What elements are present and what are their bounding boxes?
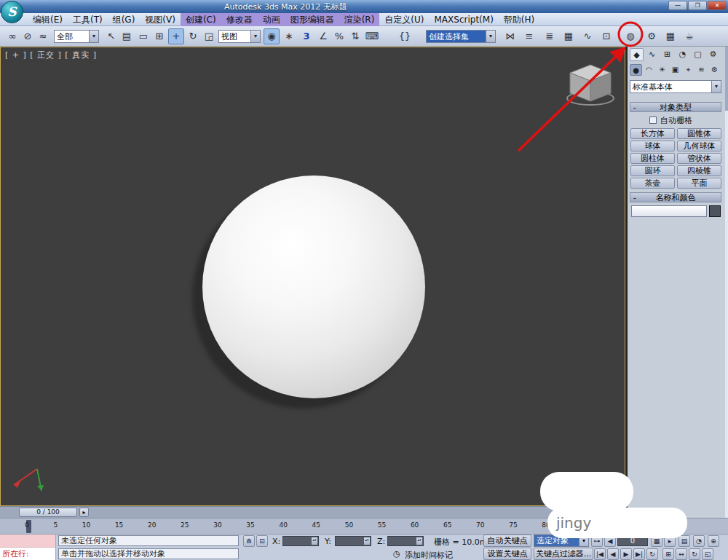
selection-lock-icon[interactable]: ⋒	[243, 535, 255, 547]
btn-sphere[interactable]: 球体	[630, 141, 675, 151]
rendered-frame-icon[interactable]: ▦	[662, 28, 678, 44]
menu-group[interactable]: 组(G)	[108, 13, 141, 26]
select-rotate-icon[interactable]: ↻	[185, 28, 201, 44]
tab-motion[interactable]: ◔	[676, 48, 689, 61]
tab-utilities[interactable]: ⚙	[706, 48, 720, 61]
spinner-snap-icon[interactable]: ⇅	[347, 28, 363, 44]
angle-snap-icon[interactable]: ∠	[315, 28, 331, 44]
sphere-object[interactable]	[202, 176, 425, 398]
named-selection-set-dropdown[interactable]: 创建选择集 ▾	[426, 30, 496, 43]
close-button[interactable]: ✕	[708, 1, 727, 10]
orbit-icon[interactable]: ↻	[689, 548, 700, 560]
ribbon-toggle-icon[interactable]: ▦	[561, 28, 577, 44]
spinner-icon[interactable]: ▴▾	[364, 537, 370, 545]
category-spacewarps-icon[interactable]: ≋	[695, 64, 708, 76]
tab-hierarchy[interactable]: ⊞	[660, 48, 674, 61]
render-setup-icon[interactable]: ⚙	[644, 28, 660, 44]
spinner-icon[interactable]: ▴▾	[416, 537, 422, 545]
btn-tube[interactable]: 管状体	[677, 153, 721, 164]
btn-cylinder[interactable]: 圆柱体	[630, 153, 675, 164]
ref-coord-dropdown[interactable]: 视图 ▾	[218, 30, 261, 43]
render-production-icon[interactable]: ☕	[681, 28, 697, 44]
region-select-icon[interactable]: ▭	[135, 28, 151, 44]
tab-modify[interactable]: ∿	[645, 48, 659, 61]
auto-key-button[interactable]: 自动关键点	[483, 535, 531, 547]
tab-create[interactable]: ◆	[630, 48, 644, 61]
menu-rendering[interactable]: 渲染(R)	[339, 13, 380, 26]
menu-customize[interactable]: 自定义(U)	[379, 13, 429, 26]
selection-filter-dropdown[interactable]: 全部 ▾	[54, 30, 99, 43]
bind-spacewarp-icon[interactable]: ≈	[35, 28, 51, 44]
btn-pyramid[interactable]: 四棱锥	[677, 165, 721, 176]
menu-maxscript[interactable]: MAXScript(M)	[430, 13, 499, 26]
dropdown-arrow-icon[interactable]: ▾	[89, 31, 98, 42]
category-helpers-icon[interactable]: ⌖	[682, 64, 695, 76]
select-manipulate-icon[interactable]: ∗	[281, 28, 297, 44]
play-icon[interactable]: ▶	[620, 548, 632, 560]
category-cameras-icon[interactable]: ▣	[669, 64, 681, 76]
menu-animation[interactable]: 动画	[258, 13, 285, 26]
primitive-type-dropdown[interactable]: 标准基本体 ▾	[630, 80, 721, 93]
spinner-icon[interactable]: ▴▾	[312, 537, 317, 545]
category-lights-icon[interactable]: ☀	[656, 64, 668, 76]
panel-scrollbar[interactable]	[725, 47, 728, 518]
go-to-start-icon[interactable]: |◀	[594, 548, 606, 560]
misc-a-icon[interactable]: ▤	[678, 535, 690, 547]
keyboard-override-icon[interactable]: ⌨	[364, 28, 380, 44]
select-by-name-icon[interactable]: ▤	[119, 28, 135, 44]
curve-editor-icon[interactable]: ∿	[579, 28, 596, 44]
object-color-swatch[interactable]	[709, 205, 721, 217]
absolute-mode-icon[interactable]: ⊡	[256, 535, 268, 547]
category-systems-icon[interactable]: ⚙	[708, 64, 721, 76]
material-editor-icon[interactable]: ◍	[622, 28, 638, 44]
rollout-collapse-icon[interactable]: -	[633, 103, 636, 112]
zoom-extents-icon[interactable]: ⊞	[662, 548, 674, 560]
menu-help[interactable]: 帮助(H)	[499, 13, 539, 26]
viewport[interactable]: [ + ] [ 正交 ] [ 真实 ]	[0, 47, 625, 506]
mirror-icon[interactable]: ⋈	[502, 28, 518, 44]
btn-box[interactable]: 长方体	[630, 128, 675, 139]
rollout-object-type[interactable]: - 对象类型	[630, 102, 721, 112]
align-icon[interactable]: ≡	[521, 28, 537, 44]
select-move-icon[interactable]: +	[168, 28, 184, 44]
time-slider-handle[interactable]: 0 / 100	[19, 508, 77, 517]
btn-plane[interactable]: 平面	[677, 178, 721, 189]
menu-views[interactable]: 视图(V)	[140, 13, 181, 26]
pan-icon[interactable]: ↔	[676, 548, 687, 560]
add-time-tag[interactable]: 添加时间标记	[405, 550, 453, 560]
y-coordinate-field[interactable]: ▴▾	[335, 536, 371, 546]
go-to-end-icon[interactable]: ▶|	[633, 548, 645, 560]
window-crossing-icon[interactable]: ⊞	[151, 28, 167, 44]
object-name-field[interactable]	[631, 205, 707, 217]
category-shapes-icon[interactable]: ◠	[643, 64, 655, 76]
menu-modifiers[interactable]: 修改器	[221, 13, 258, 26]
maximize-viewport-icon[interactable]: ◱	[702, 548, 713, 560]
select-object-icon[interactable]: ↖	[103, 28, 119, 44]
btn-teapot[interactable]: 茶壶	[630, 178, 675, 189]
z-coordinate-field[interactable]: ▴▾	[387, 536, 424, 546]
misc-b-icon[interactable]: ◔	[693, 535, 705, 547]
menu-edit[interactable]: 编辑(E)	[28, 13, 68, 26]
autogrid-checkbox[interactable]	[649, 117, 657, 124]
viewcube[interactable]	[563, 62, 618, 107]
btn-torus[interactable]: 圆环	[630, 165, 675, 176]
previous-frame-icon[interactable]: ◀	[607, 548, 619, 560]
btn-geosphere[interactable]: 几何球体	[677, 141, 721, 151]
zoom-icon[interactable]: ⊕	[708, 535, 719, 547]
rollout-name-color[interactable]: - 名称和颜色	[630, 192, 721, 202]
viewport-label[interactable]: [ + ] [ 正交 ] [ 真实 ]	[5, 50, 97, 60]
schematic-view-icon[interactable]: ⊡	[598, 28, 614, 44]
app-logo-icon[interactable]: S	[1, 1, 23, 23]
loop-icon[interactable]: ↻	[646, 548, 658, 560]
panel-scrollbar-thumb[interactable]	[725, 47, 728, 111]
percent-snap-icon[interactable]: %	[331, 28, 347, 44]
btn-cone[interactable]: 圆锥体	[677, 128, 721, 139]
time-slider-track[interactable]: 0 / 100 ▸	[0, 506, 625, 518]
x-coordinate-field[interactable]: ▴▾	[282, 536, 319, 546]
minimize-button[interactable]: —	[668, 1, 687, 10]
tab-display[interactable]: ▢	[691, 48, 705, 61]
maximize-button[interactable]: ❐	[688, 1, 707, 10]
pivot-center-icon[interactable]: ◉	[264, 28, 280, 44]
dropdown-arrow-icon[interactable]: ▾	[486, 31, 495, 42]
next-frame-button[interactable]: ▸	[79, 508, 89, 517]
